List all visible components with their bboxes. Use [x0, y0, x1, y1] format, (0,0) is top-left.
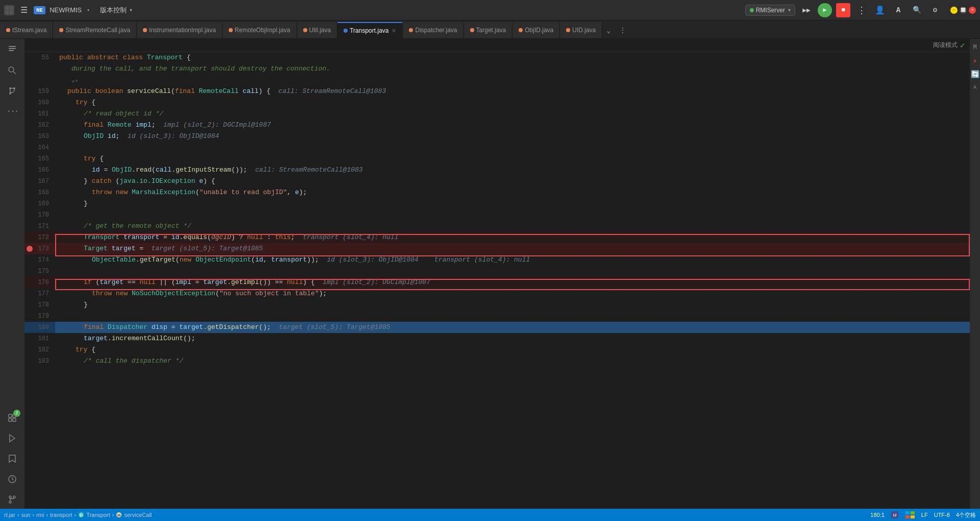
- plugin-badge: 2: [13, 410, 20, 417]
- code-line-160: 160 try {: [24, 97, 970, 108]
- line-text[interactable]: final Remote impl; impl (slot_2): DGCImp…: [55, 120, 970, 131]
- rmi-server-btn[interactable]: RMIServer ▾: [745, 5, 795, 16]
- tab-objid[interactable]: ObjID.java: [512, 22, 560, 38]
- line-number: 171: [24, 221, 55, 232]
- sidebar-left: ··· 2: [0, 39, 24, 509]
- account-btn[interactable]: 👤: [873, 3, 887, 17]
- project-name[interactable]: NEWRMIS: [50, 6, 82, 14]
- line-text[interactable]: try {: [55, 97, 970, 108]
- right-icon-1[interactable]: M: [970, 43, 979, 52]
- sidebar-icon-run[interactable]: [3, 429, 21, 447]
- line-text[interactable]: final Dispatcher disp = target.getDispat…: [55, 322, 970, 333]
- line-text[interactable]: try {: [55, 344, 970, 356]
- line-text[interactable]: id = ObjID.read(call.getInputStream()); …: [55, 164, 970, 176]
- line-text: [55, 142, 970, 153]
- indent[interactable]: 4个空格: [956, 511, 976, 519]
- translate-btn[interactable]: A: [891, 3, 905, 17]
- close-btn[interactable]: ✕: [969, 7, 976, 14]
- line-text[interactable]: target.incrementCallCount();: [55, 333, 970, 344]
- line-text[interactable]: public boolean serviceCall(final RemoteC…: [55, 86, 970, 97]
- hamburger-menu[interactable]: ☰: [18, 3, 30, 17]
- sidebar-icon-files[interactable]: [3, 41, 21, 59]
- tab-instrumentationimpl[interactable]: InstrumentationImpl.java: [137, 22, 223, 38]
- version-control[interactable]: 版本控制 ▾: [100, 6, 132, 15]
- code-container[interactable]: 55 public abstract class Transport { dur…: [24, 52, 970, 509]
- right-icon-4[interactable]: A: [970, 83, 979, 92]
- svg-point-18: [9, 496, 11, 498]
- code-line-170: 170: [24, 209, 970, 221]
- line-number: 169: [24, 198, 55, 209]
- right-icon-3[interactable]: 🔄: [970, 69, 979, 79]
- line-text[interactable]: Target target = target (slot_5): Target@…: [55, 243, 970, 254]
- tab-icon: [519, 28, 523, 32]
- tab-icon: [303, 28, 307, 32]
- settings-btn[interactable]: ⚙: [928, 3, 942, 17]
- tab-transport[interactable]: Transport.java ✕: [337, 22, 403, 38]
- tab-streamremotecall[interactable]: StreamRemoteCall.java: [53, 22, 137, 38]
- line-text[interactable]: if (target == null || (impl = target.get…: [55, 277, 970, 288]
- line-text[interactable]: }: [55, 198, 970, 209]
- sidebar-icon-bookmark[interactable]: [3, 449, 21, 468]
- line-ending[interactable]: LF: [921, 512, 928, 518]
- svg-line-8: [13, 72, 16, 74]
- sidebar-icon-more[interactable]: ···: [3, 102, 21, 121]
- line-text[interactable]: /* read object id */: [55, 108, 970, 120]
- tab-target[interactable]: Target.java: [464, 22, 513, 38]
- reader-mode-btn[interactable]: 阅读模式 ✓: [933, 41, 966, 50]
- line-number: 179: [24, 311, 55, 322]
- line-text[interactable]: public abstract class Transport {: [55, 52, 970, 63]
- sidebar-icon-git[interactable]: [3, 82, 21, 100]
- project-dropdown[interactable]: ▾: [87, 7, 90, 13]
- code-content: 55 public abstract class Transport { dur…: [24, 52, 970, 367]
- sidebar-icon-branch[interactable]: [3, 490, 21, 509]
- line-text[interactable]: try {: [55, 153, 970, 164]
- tab-icon: [6, 28, 10, 32]
- line-number: 182: [24, 344, 55, 356]
- svg-rect-14: [9, 418, 12, 421]
- tab-close-transport[interactable]: ✕: [391, 28, 396, 34]
- minimize-btn[interactable]: ─: [950, 7, 958, 14]
- run-button[interactable]: ▶: [818, 3, 832, 17]
- line-text[interactable]: } catch (java.io.IOException e) {: [55, 176, 970, 187]
- code-line-171: 171 /* get the remote object */: [24, 221, 970, 232]
- code-line-comment1: during the call, and the transport shoul…: [24, 63, 970, 75]
- code-line-179: 179: [24, 311, 970, 322]
- line-text: during the call, and the transport shoul…: [55, 63, 970, 75]
- tab-dispatcher[interactable]: Dispatcher.java: [403, 22, 463, 38]
- tab-tstream[interactable]: tStream.java: [0, 22, 53, 38]
- code-line-182: 182 try {: [24, 344, 970, 356]
- tab-util[interactable]: Util.java: [297, 22, 338, 38]
- tabs-overflow-btn[interactable]: ⌄: [602, 22, 615, 38]
- tab-uid[interactable]: UID.java: [560, 22, 602, 38]
- run-config-btn[interactable]: ▶▶: [799, 3, 814, 17]
- line-text[interactable]: throw new NoSuchObjectException("no such…: [55, 288, 970, 299]
- svg-rect-29: [905, 515, 910, 518]
- line-text[interactable]: }: [55, 299, 970, 311]
- line-text[interactable]: Transport transport = id.equals(dgcID) ?…: [55, 232, 970, 243]
- line-text[interactable]: ObjectTable.getTarget(new ObjectEndpoint…: [55, 254, 970, 266]
- line-text[interactable]: ObjID id; id (slot_3): ObjID@1084: [55, 131, 970, 142]
- svg-text:C: C: [80, 513, 83, 517]
- svg-rect-30: [911, 515, 915, 518]
- sidebar-icon-pluginmanager[interactable]: 2: [3, 409, 21, 427]
- encoding[interactable]: UTF-8: [934, 512, 950, 518]
- line-text: ⌄ᵥ: [55, 75, 970, 86]
- stop-button[interactable]: ■: [836, 3, 850, 17]
- line-text[interactable]: throw new MarshalException("unable to re…: [55, 187, 970, 198]
- maximize-btn[interactable]: ⬜: [960, 7, 967, 14]
- svg-point-19: [9, 501, 11, 503]
- sidebar-icon-clock[interactable]: [3, 470, 21, 488]
- search-btn[interactable]: 🔍: [910, 3, 924, 17]
- title-bar: ☰ NE NEWRMIS ▾ 版本控制 ▾ RMIServer ▾ ▶▶ ▶ ■…: [0, 0, 980, 20]
- tab-remoteobjimpl[interactable]: RemoteObjImpl.java: [223, 22, 297, 38]
- line-text[interactable]: /* get the remote object */: [55, 221, 970, 232]
- breakpoint[interactable]: [27, 246, 33, 252]
- sidebar-icon-search[interactable]: [3, 61, 21, 80]
- line-number: 164: [24, 142, 55, 153]
- right-icon-2[interactable]: ⚡: [970, 56, 979, 65]
- cursor-position[interactable]: 180:1: [870, 512, 885, 518]
- line-number: 170: [24, 209, 55, 221]
- line-text[interactable]: /* call the dispatcher */: [55, 356, 970, 367]
- more-options-btn[interactable]: ⋮: [854, 3, 869, 17]
- tabs-more-btn[interactable]: ⋮: [615, 22, 630, 38]
